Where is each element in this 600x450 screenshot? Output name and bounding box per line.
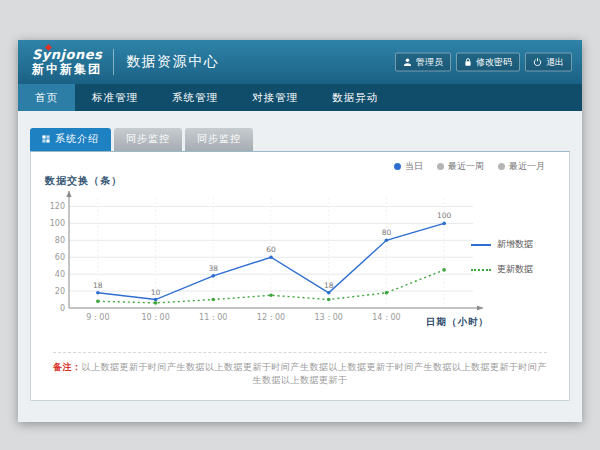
legend-label: 新增数据 [497,238,533,251]
svg-text:9：00: 9：00 [86,313,109,322]
main-nav: 首页 标准管理 系统管理 对接管理 数据异动 [18,84,582,111]
legend-label: 更新数据 [497,263,533,276]
user-label: 管理员 [416,56,443,69]
svg-text:80: 80 [55,236,65,245]
nav-item-connect-mgmt[interactable]: 对接管理 [235,84,315,111]
svg-text:80: 80 [382,228,392,237]
nav-item-system-mgmt[interactable]: 系统管理 [155,84,235,111]
filter-dot-icon [437,163,444,170]
page-title: 数据资源中心 [126,53,219,71]
header-actions: 管理员 修改密码 退出 [395,53,572,72]
user-icon [403,58,412,67]
svg-text:100: 100 [437,211,452,220]
x-axis-title: 日期（小时） [426,316,489,329]
legend-line-solid-icon [471,244,491,246]
svg-text:0: 0 [60,304,65,313]
series-legend: 新增数据 更新数据 [471,238,553,288]
tab-sync-monitor-1[interactable]: 同步监控 [114,128,182,151]
nav-item-data-change[interactable]: 数据异动 [315,84,395,111]
svg-text:40: 40 [55,270,65,279]
nav-item-standard-mgmt[interactable]: 标准管理 [75,84,155,111]
svg-text:18: 18 [93,281,103,290]
change-password-button[interactable]: 修改密码 [456,53,520,72]
filter-last-week[interactable]: 最近一周 [437,160,484,173]
svg-text:12：00: 12：00 [257,313,285,322]
power-icon [533,58,542,67]
logo-text: Synjones [32,48,102,62]
tab-label: 系统介绍 [55,132,99,146]
svg-text:18: 18 [324,281,334,290]
legend-item-new-data: 新增数据 [471,238,553,251]
svg-text:11：00: 11：00 [199,313,227,322]
tab-sync-monitor-2[interactable]: 同步监控 [185,128,253,151]
svg-text:60: 60 [266,245,276,254]
legend-line-dotted-icon [471,269,491,271]
y-axis-title: 数据交换（条） [45,174,122,188]
svg-text:14：00: 14：00 [372,313,400,322]
logout-label: 退出 [546,56,564,69]
grid-icon [42,134,50,145]
footnote: 备注：以上数据更新于时间产生数据以上数据更新于时间产生数据以上数据更新于时间产生… [53,352,547,387]
filter-label: 当日 [405,160,423,173]
legend-item-updated-data: 更新数据 [471,263,553,276]
filter-last-month[interactable]: 最近一月 [498,160,545,173]
footnote-label: 备注： [53,362,82,372]
svg-text:13：00: 13：00 [315,313,343,322]
filter-dot-icon [498,163,505,170]
svg-text:38: 38 [209,264,219,273]
svg-text:20: 20 [55,287,65,296]
svg-text:100: 100 [50,219,65,228]
logo: Synjones 新中新集团 [32,48,102,75]
app-window: Synjones 新中新集团 数据资源中心 管理员 修改密码 [18,40,582,422]
filter-label: 最近一月 [509,160,545,173]
tab-label: 同步监控 [197,132,241,146]
svg-text:10：00: 10：00 [141,313,169,322]
content-panel: 当日 最近一周 最近一月 数据交换（条） 0204060801001209：00… [30,151,570,401]
user-button[interactable]: 管理员 [395,53,451,72]
topbar: Synjones 新中新集团 数据资源中心 管理员 修改密码 [18,40,582,84]
tab-bar: 系统介绍 同步监控 同步监控 [30,128,582,151]
lock-icon [464,58,472,67]
nav-item-home[interactable]: 首页 [18,84,75,111]
logo-subtitle: 新中新集团 [32,63,102,76]
period-filters: 当日 最近一周 最近一月 [394,160,545,173]
tab-system-intro[interactable]: 系统介绍 [30,128,111,151]
change-password-label: 修改密码 [476,56,512,69]
filter-dot-icon [394,163,401,170]
filter-today[interactable]: 当日 [394,160,423,173]
header-divider [113,49,114,75]
svg-text:60: 60 [55,253,65,262]
footnote-text: 以上数据更新于时间产生数据以上数据更新于时间产生数据以上数据更新于时间产生数据以… [82,362,548,385]
svg-text:120: 120 [50,202,65,211]
filter-label: 最近一周 [448,160,484,173]
svg-text:10: 10 [151,288,161,297]
logout-button[interactable]: 退出 [525,53,572,72]
tab-label: 同步监控 [126,132,170,146]
